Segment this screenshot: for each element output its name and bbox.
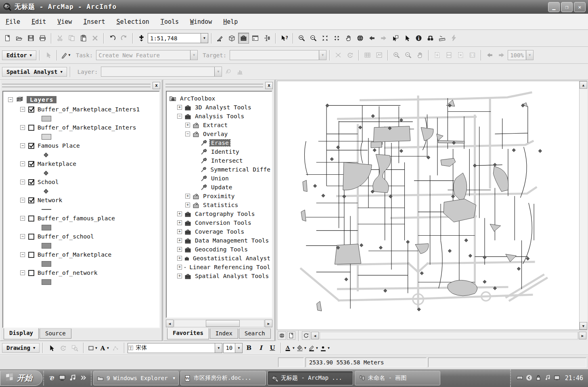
pan-hand-button[interactable] — [343, 33, 354, 44]
spatial-analyst-menu-button[interactable]: Spatial Analyst▼ — [2, 67, 67, 77]
toolbox-item-label[interactable]: Data Management Tools — [194, 237, 270, 244]
font-color-button[interactable]: A▼ — [284, 343, 295, 354]
toolbox-item-label[interactable]: Spatial Analyst Tools — [194, 273, 270, 279]
layer-checkbox[interactable] — [28, 252, 34, 258]
taskbar-task-button[interactable]: 9 Windows Explorer▼ — [93, 371, 179, 385]
fixed-zoom-out-button[interactable] — [331, 33, 342, 44]
menu-item-tools[interactable]: Tools — [161, 18, 179, 25]
polygon-symbol[interactable] — [42, 279, 51, 285]
layer-checkbox[interactable] — [28, 270, 34, 276]
layer-name[interactable]: School — [38, 179, 59, 185]
toc-root-label[interactable]: Layers — [27, 96, 56, 103]
tray-keyboard[interactable] — [517, 374, 523, 382]
expand-toggle[interactable]: − — [185, 132, 190, 136]
chevron-down-icon[interactable]: ▼ — [201, 33, 208, 43]
table-of-contents-button[interactable] — [262, 33, 272, 44]
toolbox-item-label[interactable]: Union — [210, 175, 230, 182]
expand-toggle[interactable]: + — [177, 229, 182, 234]
print-button[interactable] — [37, 33, 48, 44]
scroll-left-button[interactable]: ◀ — [311, 332, 319, 339]
chevron-down-icon[interactable]: ▼ — [190, 50, 197, 60]
toc-close-button[interactable]: x — [153, 82, 160, 89]
expand-toggle[interactable]: − — [20, 216, 25, 221]
font-name-combo[interactable]: T宋体▼ — [128, 343, 222, 353]
quicklaunch-chevron-double[interactable] — [80, 374, 87, 383]
toolbox-item-label[interactable]: Coverage Tools — [194, 228, 245, 235]
toolbox-item-label[interactable]: Linear Referencing Tool — [188, 264, 272, 270]
taskbar-task-active[interactable]: 无标题 - ArcMap ... — [268, 371, 353, 385]
scroll-right-button[interactable]: ▶ — [265, 320, 272, 327]
find-binoculars-button[interactable] — [425, 33, 436, 44]
toolbox-tab-index[interactable]: Index — [210, 328, 238, 339]
expand-toggle[interactable]: + — [177, 256, 182, 261]
toolbox-panel-grip[interactable]: x — [164, 80, 274, 90]
chevron-down-icon[interactable]: ▼ — [214, 67, 222, 76]
toolbox-item-label[interactable]: Symmetrical Diffe — [209, 166, 272, 173]
layer-checkbox[interactable] — [28, 143, 34, 149]
refresh-view-button[interactable] — [302, 331, 310, 340]
chevron-down-icon[interactable]: ▼ — [215, 343, 222, 353]
toolbox-item-label[interactable]: 3D Analyst Tools — [194, 104, 253, 111]
map-horizontal-scrollbar[interactable] — [320, 332, 578, 339]
undo-arrow-button[interactable] — [107, 33, 118, 44]
point-symbol[interactable] — [44, 189, 48, 193]
toc-tab-display[interactable]: Display — [4, 328, 39, 339]
editor-toolbar-pencil-button[interactable] — [215, 33, 226, 44]
layer-name[interactable]: Buffer_of_Marketplace_Inters1 — [38, 106, 140, 113]
toolbox-item-label[interactable]: Statistics — [202, 202, 239, 208]
toolbox-item-label[interactable]: Conversion Tools — [194, 220, 253, 226]
toc-tab-source[interactable]: Source — [40, 328, 71, 339]
task-combo[interactable]: Create New Feature▼ — [96, 50, 198, 60]
tray-tray-note[interactable] — [544, 374, 551, 382]
fixed-zoom-in-button[interactable] — [320, 33, 331, 44]
chevron-down-icon[interactable]: ▼ — [526, 50, 533, 60]
expand-toggle[interactable]: + — [177, 238, 182, 243]
expand-toggle[interactable]: + — [177, 274, 182, 278]
taskbar-task-button[interactable]: W市区择房分析.doc... — [180, 371, 266, 385]
toolbox-item-label[interactable]: Erase — [210, 140, 230, 146]
expand-toggle[interactable]: − — [20, 270, 25, 275]
scroll-down-button[interactable]: ▼ — [580, 322, 587, 330]
open-folder-button[interactable] — [14, 33, 25, 44]
layer-checkbox[interactable] — [28, 125, 34, 131]
italic-button[interactable]: I — [255, 343, 266, 354]
marker-color-button[interactable]: ▼ — [319, 343, 330, 354]
expand-toggle[interactable]: + — [185, 203, 190, 207]
polygon-symbol[interactable] — [42, 116, 51, 121]
toolbox-item-label[interactable]: Overlay — [202, 131, 229, 137]
polygon-symbol[interactable] — [42, 134, 51, 140]
expand-toggle[interactable]: − — [20, 234, 25, 239]
toolbox-item-label[interactable]: Intersect — [210, 157, 244, 164]
measure-ruler-button[interactable] — [437, 33, 448, 44]
toolbox-item-label[interactable]: Geocoding Tools — [194, 246, 249, 253]
sketch-pencil-button[interactable]: ▼ — [60, 50, 71, 61]
layer-checkbox[interactable] — [28, 234, 34, 240]
scroll-right-button[interactable]: ▶ — [579, 332, 586, 339]
map-document[interactable] — [277, 81, 579, 330]
close-button[interactable]: ✕ — [574, 2, 586, 12]
expand-toggle[interactable]: − — [20, 198, 25, 203]
expand-toggle[interactable]: − — [20, 107, 25, 112]
expand-toggle[interactable]: + — [185, 123, 190, 128]
scroll-left-button[interactable]: ◀ — [166, 320, 174, 327]
toolbox-tab-search[interactable]: Search — [239, 328, 271, 339]
scroll-thumb[interactable] — [206, 320, 240, 327]
chevron-down-icon[interactable]: ▼ — [235, 343, 242, 353]
full-extent-globe-button[interactable] — [355, 33, 366, 44]
scroll-track[interactable] — [580, 89, 587, 322]
line-color-button[interactable]: ▼ — [308, 343, 318, 354]
toolbox-tab-favorites[interactable]: Favorites — [167, 328, 209, 339]
layer-name[interactable]: Network — [38, 197, 62, 203]
underline-button[interactable]: U — [267, 343, 278, 354]
new-document-button[interactable] — [2, 33, 13, 44]
toolbox-item-label[interactable]: Geostatistical Analyst — [192, 255, 272, 261]
tray-chevron-left-circle[interactable] — [526, 374, 532, 382]
toc-panel-grip[interactable]: x — [0, 80, 162, 90]
menu-item-file[interactable]: File — [6, 18, 20, 25]
quicklaunch-ie-e[interactable]: e — [48, 374, 55, 383]
layer-checkbox[interactable] — [28, 179, 34, 185]
bold-button[interactable]: B — [243, 343, 254, 354]
back-arrow-button[interactable] — [366, 33, 377, 44]
map-canvas[interactable] — [277, 81, 579, 330]
toolbox-close-button[interactable]: x — [265, 82, 273, 89]
